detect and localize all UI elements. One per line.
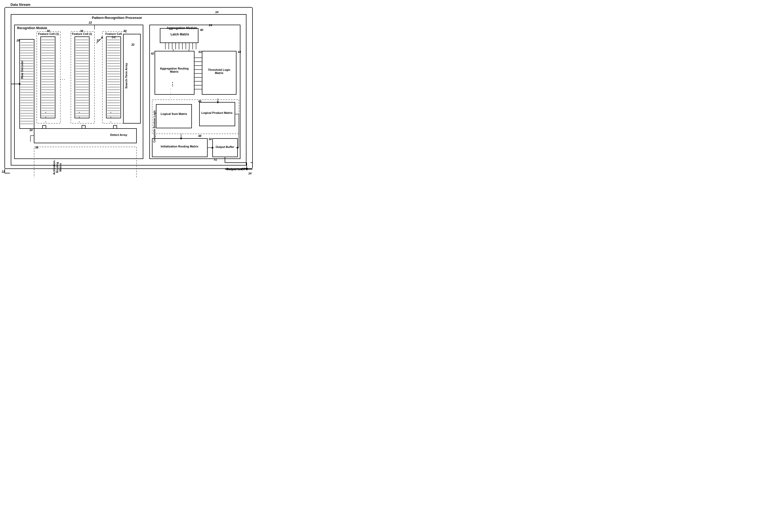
logical-product-label: Logical Product Matrix [200, 111, 233, 114]
dots-fc1: ··· [45, 110, 46, 124]
ref-50: 50 [209, 137, 212, 141]
svg-marker-38 [19, 83, 21, 85]
prp-title: Pattern-Recognition Processor [92, 16, 142, 20]
ref-32: 32 [131, 43, 134, 46]
row-decoder-label: Row Decoder [20, 60, 24, 79]
ref-37: 37 [97, 39, 100, 42]
dots-agg: ⋮ [170, 81, 175, 87]
ref-28: 28 [17, 39, 20, 42]
ref-30b: 30 [80, 29, 83, 33]
output-buffer-label: Output Buffer [214, 145, 236, 148]
recognition-module-label: Recognition Module [17, 26, 47, 30]
feature-cell-i-label: Feature Cell (i) [71, 32, 92, 35]
aggregation-module-label: Aggregation Module [167, 26, 197, 30]
data-stream-label: Data Stream [10, 3, 30, 7]
ref-51: 51 [214, 158, 217, 161]
ref-26: 14 [248, 172, 251, 175]
svg-rect-4 [20, 39, 34, 129]
composite-boolean-label: Composite Boolean Logic [153, 110, 156, 142]
ref-12: 12 [2, 170, 5, 173]
svg-rect-39 [37, 31, 60, 123]
ref-34: 34 [29, 129, 33, 132]
ref-38: 38 [35, 146, 38, 149]
svg-rect-2 [14, 25, 143, 159]
svg-marker-164 [217, 102, 219, 104]
svg-marker-193 [101, 37, 103, 39]
svg-rect-71 [71, 31, 94, 123]
svg-rect-104 [106, 37, 121, 118]
diagram: Data Stream 12 14 Pattern-Recognition Pr… [0, 0, 257, 177]
activation-routing-label: Activation-Routing Matrix [52, 157, 62, 177]
ref-22: 22 [89, 21, 92, 24]
svg-marker-201 [236, 147, 238, 149]
ref-46: 46 [198, 100, 201, 103]
svg-rect-0 [5, 7, 252, 169]
ref-30a: 30 [47, 29, 50, 33]
ref-40: 40 [200, 28, 203, 31]
ref-30c: 30 [123, 29, 126, 33]
svg-rect-103 [102, 31, 126, 123]
svg-rect-161 [156, 104, 192, 128]
agg-routing-label: Aggregation Routing Matrix [156, 67, 192, 73]
dots-fc-i: ··· [79, 110, 80, 124]
latch-matrix-label: Latch Matrix [163, 33, 197, 36]
dots-vertical-agg: ··· [170, 87, 171, 99]
svg-rect-137 [34, 147, 136, 177]
ref-36: 36 [35, 177, 38, 177]
svg-rect-1 [11, 14, 246, 165]
svg-rect-160 [152, 100, 239, 134]
dots-fc-n: ··· [110, 110, 111, 124]
ref-44: 44 [238, 50, 241, 54]
dots-between-cells: · · · [60, 77, 65, 82]
detect-array-label: Detect Array [110, 133, 127, 136]
svg-marker-178 [212, 147, 214, 149]
threshold-logic-label: Threshold Logic Matrix [203, 68, 235, 75]
ref-14: 14 [215, 10, 218, 14]
logical-sum-label: Logical Sum Matrix [157, 112, 190, 115]
svg-rect-40 [41, 37, 55, 118]
svg-marker-168 [180, 138, 182, 140]
ref-53: 53 [198, 50, 201, 54]
svg-rect-72 [75, 37, 89, 118]
ref-42: 42 [151, 52, 154, 55]
ref-24: 24 [209, 24, 212, 27]
output-cpu-label: Output to CPU [226, 167, 248, 171]
search-term-array-label: Search-Term Array [125, 63, 128, 89]
feature-cell-n-label: Feature Cell (n) [103, 32, 124, 39]
svg-rect-3 [150, 25, 240, 159]
init-routing-label: Initialization Routing Matrix [153, 145, 205, 148]
ref-48: 48 [198, 134, 201, 137]
feature-cell-1-label: Feature Cell (1) [38, 32, 59, 35]
